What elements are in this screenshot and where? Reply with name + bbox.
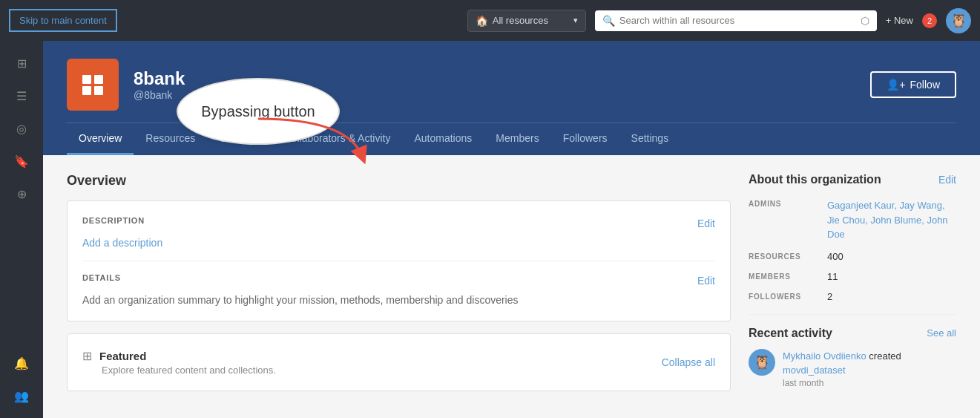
about-header: About this organization Edit [749,173,956,186]
activity-time: last month [783,378,956,388]
about-admins-row: ADMINS Gaganjeet Kaur, Jay Wang, Jie Cho… [749,198,956,242]
resource-selector[interactable]: 🏠 All resources ▾ [467,10,586,32]
sidebar: ⊞ ☰ ◎ 🔖 ⊕ 🔔 👥 [0,41,43,418]
featured-header: ⊞ Featured Explore featured content and … [82,349,715,376]
follow-label: Follow [910,79,940,91]
details-edit-link[interactable]: Edit [697,275,715,287]
tooltip-text: Bypassing button [201,103,315,120]
org-header: Bypassing button [43,41,980,155]
admins-label: ADMINS [749,198,815,242]
side-panel: About this organization Edit ADMINS Gaga… [749,173,956,403]
skip-to-main-link[interactable]: Skip to main content [9,9,117,32]
activity-resource-link[interactable]: movdi_dataset [783,365,846,376]
sidebar-item-grid[interactable]: ⊞ [8,50,35,76]
resources-label: RESOURCES [749,251,815,262]
main-content: Bypassing button [43,41,980,418]
tab-settings[interactable]: Settings [619,123,681,155]
about-followers-row: FOLLOWERS 2 [749,291,956,302]
sidebar-item-users[interactable]: 👥 [8,382,35,409]
members-value: 11 [827,271,838,282]
card-divider [82,261,715,261]
followers-value: 2 [827,291,832,302]
resources-value: 400 [827,251,843,262]
featured-title: Featured [99,350,146,362]
activity-avatar: 🦉 [749,349,775,376]
activity-item: 🦉 Mykhailo Ovdiienko created movdi_datas… [749,349,956,388]
search-icon: 🔍 [602,15,615,27]
overview-heading: Overview [67,173,731,189]
collapse-all-link[interactable]: Collapse all [662,356,715,368]
org-logo [67,59,119,111]
followers-label: FOLLOWERS [749,291,815,302]
activity-user-link[interactable]: Mykhailo Ovdiienko [783,350,866,362]
tab-automations[interactable]: Automations [402,123,484,155]
about-edit-link[interactable]: Edit [938,174,956,186]
sidebar-item-list[interactable]: ☰ [8,82,35,109]
description-header: Description Edit [82,216,715,231]
activity-text: Mykhailo Ovdiienko created movdi_dataset [783,349,956,378]
chevron-down-icon: ▾ [573,16,578,25]
members-label: MEMBERS [749,271,815,282]
about-title: About this organization [749,173,881,186]
user-avatar[interactable]: 🦉 [946,8,971,33]
details-text: Add an organization summary to highlight… [82,294,715,306]
see-all-link[interactable]: See all [927,327,956,339]
filter-icon[interactable]: ⬡ [861,15,869,27]
side-divider [749,314,956,315]
tooltip-balloon: Bypassing button [177,78,340,145]
tab-overview[interactable]: Overview [67,123,134,155]
main-panel: Overview Description Edit Add a descript… [67,173,731,403]
about-members-row: MEMBERS 11 [749,271,956,282]
body-area: Overview Description Edit Add a descript… [43,155,980,418]
sidebar-item-compass[interactable]: ◎ [8,115,35,142]
top-nav: Skip to main content 🏠 All resources ▾ 🔍… [0,0,980,41]
tab-members[interactable]: Members [484,123,550,155]
notification-badge[interactable]: 2 [922,13,937,28]
featured-card: ⊞ Featured Explore featured content and … [67,333,731,391]
sidebar-item-bell[interactable]: 🔔 [8,350,35,376]
description-edit-link[interactable]: Edit [697,218,715,229]
featured-title-area: ⊞ Featured Explore featured content and … [82,349,276,376]
resource-selector-label: All resources [493,15,548,26]
sidebar-item-plus[interactable]: ⊕ [8,180,35,207]
org-header-top: Bypassing button [67,59,956,123]
recent-activity-title: Recent activity [749,327,832,340]
layout: ⊞ ☰ ◎ 🔖 ⊕ 🔔 👥 Bypassing button [0,41,980,418]
details-header: Details Edit [82,273,715,288]
org-logo-icon [82,75,103,95]
home-icon: 🏠 [476,15,488,27]
featured-title-row: ⊞ Featured [82,349,276,363]
sidebar-item-bookmark[interactable]: 🔖 [8,148,35,174]
new-button[interactable]: + New [886,15,913,26]
about-resources-row: RESOURCES 400 [749,251,956,262]
follow-button[interactable]: 👤+ Follow [870,71,956,98]
details-label: Details [82,273,121,282]
description-details-card: Description Edit Add a description Detai… [67,200,731,321]
featured-subtitle: Explore featured content and collections… [102,365,276,376]
description-label: Description [82,216,145,225]
admins-value: Gaganjeet Kaur, Jay Wang, Jie Chou, John… [827,198,956,242]
add-description-link[interactable]: Add a description [82,237,715,249]
search-bar: 🔍 ⬡ [595,10,877,31]
activity-description: Mykhailo Ovdiienko created movdi_dataset… [783,349,956,388]
recent-activity-header: Recent activity See all [749,327,956,340]
follow-icon: 👤+ [887,79,905,91]
tab-followers[interactable]: Followers [551,123,619,155]
search-input[interactable] [619,15,856,26]
activity-action: created [869,350,901,362]
featured-icon: ⊞ [82,349,92,363]
